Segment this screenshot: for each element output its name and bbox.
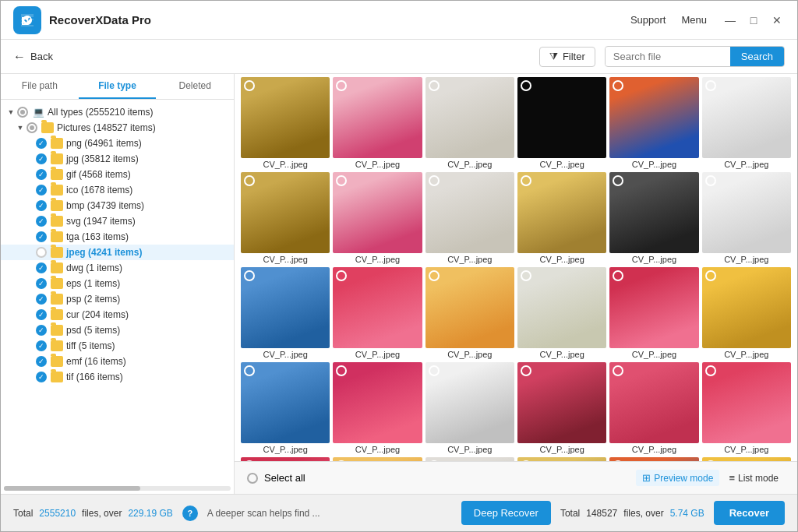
tree-item-tif[interactable]: tif (166 items)	[1, 369, 234, 385]
maximize-button[interactable]: □	[746, 12, 761, 28]
gallery-select-dot[interactable]	[613, 365, 623, 376]
gallery-item[interactable]: CV_P...jpeg	[702, 267, 791, 359]
gallery-select-dot[interactable]	[705, 80, 716, 91]
gallery-item[interactable]: CV_P...jpeg	[425, 267, 514, 359]
gallery-item[interactable]: CV_P...jpeg	[517, 457, 606, 461]
tree-item-tiff[interactable]: tiff (5 items)	[1, 338, 234, 354]
tree-item-psd[interactable]: psd (5 items)	[1, 322, 234, 338]
tree-item-cur[interactable]: cur (204 items)	[1, 307, 234, 322]
tree-item-dwg[interactable]: dwg (1 items)	[1, 260, 234, 276]
tree-item-png[interactable]: png (64961 items)	[1, 136, 234, 151]
tree-item-gif[interactable]: gif (4568 items)	[1, 167, 234, 182]
gallery-item[interactable]: CV_P...jpeg	[609, 172, 698, 264]
recover-button[interactable]: Recover	[714, 501, 785, 525]
tree-item-tga[interactable]: tga (163 items)	[1, 229, 234, 245]
close-button[interactable]: ✕	[769, 12, 785, 28]
gallery-item[interactable]: CV_P...jpeg	[425, 77, 514, 169]
gallery-item[interactable]: CV_P...jpeg	[609, 457, 698, 461]
gallery-item[interactable]: CV_P...jpeg	[241, 457, 330, 461]
list-mode-button[interactable]: ≡ List mode	[722, 470, 785, 486]
gallery-select-dot[interactable]	[521, 80, 531, 91]
menu-link[interactable]: Menu	[681, 14, 707, 26]
gallery-item[interactable]: CV_P...jpeg	[333, 267, 422, 359]
gallery-select-dot[interactable]	[705, 365, 716, 376]
gallery-item[interactable]: CV_P...jpeg	[702, 362, 791, 454]
tab-file-path[interactable]: File path	[1, 74, 79, 99]
gallery-select-dot[interactable]	[705, 175, 716, 186]
gallery-item[interactable]: CV_P...jpeg	[609, 362, 698, 454]
gallery-item[interactable]: CV_P...jpeg	[609, 267, 698, 359]
gallery-select-dot[interactable]	[429, 175, 440, 186]
back-button[interactable]: ← Back	[13, 50, 53, 64]
tree-item-svg[interactable]: svg (1947 items)	[1, 213, 234, 229]
tree-item-jpeg[interactable]: jpeg (4241 items)	[1, 245, 234, 260]
gallery-select-dot[interactable]	[336, 460, 347, 461]
select-all-radio[interactable]	[247, 473, 258, 484]
tab-file-type[interactable]: File type	[79, 74, 157, 99]
gallery-select-dot[interactable]	[429, 270, 440, 281]
folder-icon	[51, 216, 63, 227]
tree-item-jpg[interactable]: jpg (35812 items)	[1, 151, 234, 167]
gallery-item[interactable]: CV_P...jpeg	[241, 172, 330, 264]
search-button[interactable]: Search	[730, 47, 784, 66]
gallery-select-dot[interactable]	[521, 270, 531, 281]
tree-item-bmp[interactable]: bmp (34739 items)	[1, 198, 234, 213]
deep-recover-button[interactable]: Deep Recover	[461, 501, 551, 525]
gallery-select-dot[interactable]	[244, 270, 255, 281]
help-icon[interactable]: ?	[182, 506, 198, 521]
tree-item-psp[interactable]: psp (2 items)	[1, 291, 234, 307]
gallery-select-dot[interactable]	[521, 460, 531, 461]
gallery-item[interactable]: CV_P...jpeg	[609, 77, 698, 169]
gallery-select-dot[interactable]	[429, 80, 440, 91]
preview-mode-button[interactable]: ⊞ Preview mode	[636, 470, 719, 486]
gallery-item[interactable]: CV_P...jpeg	[333, 77, 422, 169]
tree-item-ico[interactable]: ico (1678 items)	[1, 182, 234, 198]
gallery-select-dot[interactable]	[613, 175, 623, 186]
gallery-item[interactable]: CV_P...jpeg	[425, 172, 514, 264]
gallery-item[interactable]: CV_P...jpeg	[702, 457, 791, 461]
gallery-select-dot[interactable]	[244, 80, 255, 91]
select-all-area[interactable]: Select all	[247, 472, 305, 484]
gallery-select-dot[interactable]	[705, 460, 716, 461]
gallery-select-dot[interactable]	[336, 80, 347, 91]
gallery-select-dot[interactable]	[244, 365, 255, 376]
total-left-prefix: Total	[13, 508, 33, 519]
gallery-item[interactable]: CV_P...jpeg	[517, 172, 606, 264]
gallery-select-dot[interactable]	[521, 175, 531, 186]
gallery-select-dot[interactable]	[613, 460, 623, 461]
gallery-item[interactable]: CV_P...jpeg	[517, 362, 606, 454]
tab-deleted[interactable]: Deleted	[156, 74, 234, 99]
tree-item-all-types[interactable]: ▼ 💻 All types (2555210 items)	[1, 104, 234, 120]
gallery-item[interactable]: CV_P...jpeg	[702, 172, 791, 264]
tree-item-eps[interactable]: eps (1 items)	[1, 276, 234, 291]
gallery-select-dot[interactable]	[705, 270, 716, 281]
gallery-scroll[interactable]: CV_P...jpeg CV_P...jpeg CV_P...jpeg CV_P…	[235, 74, 797, 461]
gallery-item[interactable]: CV_P...jpeg	[333, 457, 422, 461]
gallery-item[interactable]: CV_P...jpeg	[241, 362, 330, 454]
gallery-select-dot[interactable]	[613, 80, 623, 91]
gallery-item[interactable]: CV_P...jpeg	[702, 77, 791, 169]
gallery-item[interactable]: CV_P...jpeg	[517, 77, 606, 169]
gallery-select-dot[interactable]	[244, 175, 255, 186]
gallery-select-dot[interactable]	[429, 460, 440, 461]
gallery-item[interactable]: CV_P...jpeg	[241, 77, 330, 169]
gallery-item[interactable]: CV_P...jpeg	[241, 267, 330, 359]
gallery-select-dot[interactable]	[336, 175, 347, 186]
search-input[interactable]	[606, 48, 730, 65]
gallery-item[interactable]: CV_P...jpeg	[333, 362, 422, 454]
gallery-select-dot[interactable]	[613, 270, 623, 281]
gallery-select-dot[interactable]	[244, 460, 255, 461]
gallery-select-dot[interactable]	[429, 365, 440, 376]
tree-item-pictures[interactable]: ▼ Pictures (148527 items)	[1, 120, 234, 136]
gallery-item[interactable]: CV_P...jpeg	[425, 457, 514, 461]
gallery-select-dot[interactable]	[336, 270, 347, 281]
tree-item-emf[interactable]: emf (16 items)	[1, 354, 234, 369]
minimize-button[interactable]: —	[722, 12, 738, 28]
gallery-select-dot[interactable]	[336, 365, 347, 376]
support-link[interactable]: Support	[630, 14, 666, 26]
gallery-item[interactable]: CV_P...jpeg	[425, 362, 514, 454]
gallery-select-dot[interactable]	[521, 365, 531, 376]
filter-button[interactable]: ⧩ Filter	[539, 47, 595, 67]
gallery-item[interactable]: CV_P...jpeg	[517, 267, 606, 359]
gallery-item[interactable]: CV_P...jpeg	[333, 172, 422, 264]
